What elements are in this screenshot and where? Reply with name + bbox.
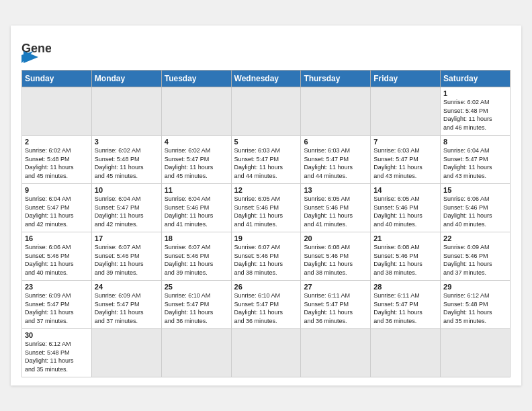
calendar-cell <box>371 87 441 136</box>
day-number: 19 <box>234 234 298 242</box>
day-number: 22 <box>443 234 507 242</box>
calendar-cell: 30Sunrise: 6:12 AMSunset: 5:48 PMDayligh… <box>22 329 92 377</box>
calendar-week-row: 30Sunrise: 6:12 AMSunset: 5:48 PMDayligh… <box>22 329 511 377</box>
calendar-cell <box>231 329 301 377</box>
calendar-cell <box>301 329 371 377</box>
calendar-cell <box>161 329 231 377</box>
day-number: 25 <box>165 283 228 291</box>
day-info: Sunrise: 6:04 AMSunset: 5:46 PMDaylight:… <box>165 195 228 228</box>
calendar-week-row: 2Sunrise: 6:02 AMSunset: 5:48 PMDaylight… <box>22 136 511 184</box>
day-number: 13 <box>304 186 367 194</box>
calendar-cell: 8Sunrise: 6:04 AMSunset: 5:47 PMDaylight… <box>441 136 511 184</box>
calendar-cell <box>22 87 92 136</box>
day-info: Sunrise: 6:05 AMSunset: 5:46 PMDaylight:… <box>373 195 437 228</box>
calendar-cell <box>91 329 161 377</box>
calendar-cell: 20Sunrise: 6:08 AMSunset: 5:46 PMDayligh… <box>301 232 371 281</box>
day-info: Sunrise: 6:07 AMSunset: 5:46 PMDaylight:… <box>95 243 159 277</box>
calendar-cell: 2Sunrise: 6:02 AMSunset: 5:48 PMDaylight… <box>22 136 92 184</box>
day-info: Sunrise: 6:04 AMSunset: 5:47 PMDaylight:… <box>443 146 507 180</box>
calendar-week-row: 9Sunrise: 6:04 AMSunset: 5:47 PMDaylight… <box>22 184 511 232</box>
day-info: Sunrise: 6:10 AMSunset: 5:47 PMDaylight:… <box>234 291 298 325</box>
calendar-table: SundayMondayTuesdayWednesdayThursdayFrid… <box>21 70 511 377</box>
day-info: Sunrise: 6:12 AMSunset: 5:48 PMDaylight:… <box>443 291 507 325</box>
calendar-cell: 13Sunrise: 6:05 AMSunset: 5:46 PMDayligh… <box>301 184 371 232</box>
day-number: 24 <box>95 283 159 291</box>
calendar-cell: 14Sunrise: 6:05 AMSunset: 5:46 PMDayligh… <box>371 184 441 232</box>
calendar-cell: 27Sunrise: 6:11 AMSunset: 5:47 PMDayligh… <box>301 281 371 329</box>
day-info: Sunrise: 6:09 AMSunset: 5:47 PMDaylight:… <box>95 291 159 325</box>
day-number: 12 <box>234 186 298 194</box>
day-info: Sunrise: 6:03 AMSunset: 5:47 PMDaylight:… <box>373 146 437 180</box>
calendar-cell: 26Sunrise: 6:10 AMSunset: 5:47 PMDayligh… <box>231 281 301 329</box>
weekday-header-tuesday: Tuesday <box>161 71 231 87</box>
calendar-week-row: 1Sunrise: 6:02 AMSunset: 5:48 PMDaylight… <box>22 87 511 136</box>
day-number: 21 <box>373 234 437 242</box>
day-info: Sunrise: 6:03 AMSunset: 5:47 PMDaylight:… <box>234 146 298 180</box>
weekday-header-thursday: Thursday <box>301 71 371 87</box>
day-number: 15 <box>443 186 507 194</box>
day-number: 26 <box>234 283 298 291</box>
day-number: 2 <box>25 138 89 146</box>
day-info: Sunrise: 6:02 AMSunset: 5:47 PMDaylight:… <box>165 146 228 180</box>
day-info: Sunrise: 6:09 AMSunset: 5:46 PMDaylight:… <box>443 243 507 277</box>
calendar-cell: 4Sunrise: 6:02 AMSunset: 5:47 PMDaylight… <box>161 136 231 184</box>
logo: General <box>21 36 51 63</box>
day-number: 29 <box>443 283 507 291</box>
calendar-cell <box>91 87 161 136</box>
calendar-cell <box>441 329 511 377</box>
day-number: 30 <box>25 331 89 339</box>
calendar-cell <box>231 87 301 136</box>
calendar-container: General SundayMondayTuesdayWednesdayThur… <box>11 26 521 385</box>
calendar-cell: 7Sunrise: 6:03 AMSunset: 5:47 PMDaylight… <box>371 136 441 184</box>
day-info: Sunrise: 6:05 AMSunset: 5:46 PMDaylight:… <box>234 195 298 228</box>
day-number: 27 <box>304 283 367 291</box>
day-info: Sunrise: 6:07 AMSunset: 5:46 PMDaylight:… <box>165 243 228 277</box>
calendar-week-row: 23Sunrise: 6:09 AMSunset: 5:47 PMDayligh… <box>22 281 511 329</box>
calendar-cell: 29Sunrise: 6:12 AMSunset: 5:48 PMDayligh… <box>441 281 511 329</box>
calendar-cell: 3Sunrise: 6:02 AMSunset: 5:48 PMDaylight… <box>91 136 161 184</box>
calendar-cell: 10Sunrise: 6:04 AMSunset: 5:47 PMDayligh… <box>91 184 161 232</box>
day-number: 3 <box>95 138 159 146</box>
day-number: 18 <box>165 234 228 242</box>
day-info: Sunrise: 6:10 AMSunset: 5:47 PMDaylight:… <box>165 291 228 325</box>
day-info: Sunrise: 6:08 AMSunset: 5:46 PMDaylight:… <box>373 243 437 277</box>
calendar-cell: 1Sunrise: 6:02 AMSunset: 5:48 PMDaylight… <box>441 87 511 136</box>
day-number: 23 <box>25 283 89 291</box>
calendar-cell: 24Sunrise: 6:09 AMSunset: 5:47 PMDayligh… <box>91 281 161 329</box>
day-info: Sunrise: 6:02 AMSunset: 5:48 PMDaylight:… <box>95 146 159 180</box>
day-info: Sunrise: 6:07 AMSunset: 5:46 PMDaylight:… <box>234 243 298 277</box>
calendar-cell: 9Sunrise: 6:04 AMSunset: 5:47 PMDaylight… <box>22 184 92 232</box>
weekday-header-sunday: Sunday <box>22 71 92 87</box>
calendar-cell: 5Sunrise: 6:03 AMSunset: 5:47 PMDaylight… <box>231 136 301 184</box>
day-info: Sunrise: 6:06 AMSunset: 5:46 PMDaylight:… <box>443 195 507 228</box>
header: General <box>21 36 511 63</box>
day-number: 6 <box>304 138 367 146</box>
day-number: 28 <box>373 283 437 291</box>
logo-arrow-icon <box>24 51 38 63</box>
day-info: Sunrise: 6:08 AMSunset: 5:46 PMDaylight:… <box>304 243 367 277</box>
calendar-cell: 21Sunrise: 6:08 AMSunset: 5:46 PMDayligh… <box>371 232 441 281</box>
calendar-cell <box>371 329 441 377</box>
calendar-cell: 6Sunrise: 6:03 AMSunset: 5:47 PMDaylight… <box>301 136 371 184</box>
calendar-cell <box>301 87 371 136</box>
weekday-header-wednesday: Wednesday <box>231 71 301 87</box>
calendar-cell: 25Sunrise: 6:10 AMSunset: 5:47 PMDayligh… <box>161 281 231 329</box>
day-info: Sunrise: 6:04 AMSunset: 5:47 PMDaylight:… <box>95 195 159 228</box>
weekday-header-row: SundayMondayTuesdayWednesdayThursdayFrid… <box>22 71 511 87</box>
calendar-cell: 12Sunrise: 6:05 AMSunset: 5:46 PMDayligh… <box>231 184 301 232</box>
calendar-cell: 15Sunrise: 6:06 AMSunset: 5:46 PMDayligh… <box>441 184 511 232</box>
svg-marker-2 <box>24 51 38 63</box>
calendar-cell: 11Sunrise: 6:04 AMSunset: 5:46 PMDayligh… <box>161 184 231 232</box>
calendar-cell: 18Sunrise: 6:07 AMSunset: 5:46 PMDayligh… <box>161 232 231 281</box>
day-number: 17 <box>95 234 159 242</box>
day-info: Sunrise: 6:11 AMSunset: 5:47 PMDaylight:… <box>304 291 367 325</box>
calendar-cell: 19Sunrise: 6:07 AMSunset: 5:46 PMDayligh… <box>231 232 301 281</box>
calendar-cell: 17Sunrise: 6:07 AMSunset: 5:46 PMDayligh… <box>91 232 161 281</box>
weekday-header-friday: Friday <box>371 71 441 87</box>
day-number: 10 <box>95 186 159 194</box>
day-info: Sunrise: 6:09 AMSunset: 5:47 PMDaylight:… <box>25 291 89 325</box>
day-number: 1 <box>443 89 507 97</box>
calendar-cell: 28Sunrise: 6:11 AMSunset: 5:47 PMDayligh… <box>371 281 441 329</box>
day-info: Sunrise: 6:03 AMSunset: 5:47 PMDaylight:… <box>304 146 367 180</box>
day-number: 20 <box>304 234 367 242</box>
